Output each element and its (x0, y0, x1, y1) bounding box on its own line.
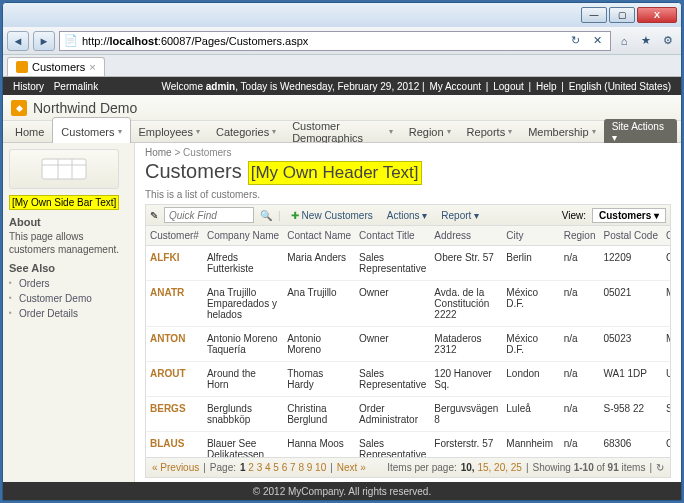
favicon-icon (16, 61, 28, 73)
cell-id[interactable]: BERGS (146, 397, 203, 432)
cell-country: Mexico (662, 281, 671, 327)
tab-close-icon[interactable]: × (89, 61, 95, 73)
page-number[interactable]: 4 (262, 462, 270, 473)
column-header[interactable]: Postal Code (599, 226, 661, 246)
sidebar-link[interactable]: Orders (9, 276, 128, 291)
cell-postal: 05023 (599, 327, 661, 362)
column-header[interactable]: Customer# (146, 226, 203, 246)
page-icon (9, 149, 119, 189)
cell-region: n/a (560, 432, 600, 459)
pager: « Previous | Page: 1 2 3 4 5 6 7 8 9 10 … (145, 458, 671, 478)
cell-id[interactable]: AROUT (146, 362, 203, 397)
page-title: Customers (145, 160, 242, 183)
next-page[interactable]: Next » (337, 462, 366, 473)
column-header[interactable]: Region (560, 226, 600, 246)
ipp-option[interactable]: 20, (491, 462, 508, 473)
table-row[interactable]: AROUTAround the HornThomas HardySales Re… (146, 362, 671, 397)
site-actions-button[interactable]: Site Actions ▾ (604, 119, 677, 145)
page-title-highlight: [My Own Header Text] (248, 161, 422, 185)
stop-icon[interactable]: ✕ (588, 32, 606, 50)
nav-region[interactable]: Region (401, 117, 459, 147)
cell-contact: Maria Anders (283, 246, 355, 281)
nav-employees[interactable]: Employees (131, 117, 208, 147)
max-button[interactable]: ▢ (609, 7, 635, 23)
cell-contact: Antonio Moreno (283, 327, 355, 362)
page-number[interactable]: 3 (254, 462, 262, 473)
table-row[interactable]: BLAUSBlauer See DelikatessenHanna MoosSa… (146, 432, 671, 459)
page-number[interactable]: 5 (271, 462, 279, 473)
eraser-icon[interactable]: ✎ (150, 210, 158, 221)
tab-customers[interactable]: Customers × (7, 57, 105, 76)
column-header[interactable]: Address (430, 226, 502, 246)
my-account-link[interactable]: My Account (429, 81, 481, 92)
view-selector[interactable]: Customers ▾ (592, 208, 666, 223)
ipp-option[interactable]: 10, (461, 462, 475, 473)
column-header[interactable]: City (502, 226, 559, 246)
nav-customer-demographics[interactable]: Customer Demographics (284, 117, 401, 147)
page-number[interactable]: 10 (312, 462, 326, 473)
prev-page[interactable]: « Previous (152, 462, 199, 473)
column-header[interactable]: Company Name (203, 226, 283, 246)
column-header[interactable]: Country (662, 226, 671, 246)
cell-region: n/a (560, 362, 600, 397)
sidebar-link[interactable]: Order Details (9, 306, 128, 321)
nav-reports[interactable]: Reports (459, 117, 521, 147)
sidebar-link[interactable]: Customer Demo (9, 291, 128, 306)
logout-link[interactable]: Logout (493, 81, 524, 92)
cell-region: n/a (560, 397, 600, 432)
cell-addr: Mataderos 2312 (430, 327, 502, 362)
url-input[interactable]: 📄 http://localhost:60087/Pages/Customers… (59, 31, 611, 51)
help-link[interactable]: Help (536, 81, 557, 92)
report-button[interactable]: Report ▾ (437, 208, 483, 223)
column-header[interactable]: Contact Name (283, 226, 355, 246)
new-button[interactable]: ✚New Customers (287, 208, 377, 223)
cell-contact: Hanna Moos (283, 432, 355, 459)
forward-button[interactable]: ► (33, 31, 55, 51)
permalink-link[interactable]: Permalink (54, 81, 98, 92)
tools-icon[interactable]: ⚙ (659, 32, 677, 50)
cell-company: Alfreds Futterkiste (203, 246, 283, 281)
table-row[interactable]: BERGSBerglunds snabbköpChristina Berglun… (146, 397, 671, 432)
page-number[interactable]: 2 (246, 462, 254, 473)
column-header[interactable]: Contact Title (355, 226, 430, 246)
nav-home[interactable]: Home (7, 117, 52, 147)
language-link[interactable]: English (United States) (569, 81, 671, 92)
quick-find-input[interactable] (164, 207, 254, 223)
home-icon[interactable]: ⌂ (615, 32, 633, 50)
table-row[interactable]: ANATRAna Trujillo Emparedados y heladosA… (146, 281, 671, 327)
refresh-icon[interactable]: ↻ (566, 32, 584, 50)
back-button[interactable]: ◄ (7, 31, 29, 51)
nav-customers[interactable]: Customers (52, 117, 130, 147)
cell-postal: S-958 22 (599, 397, 661, 432)
cell-city: México D.F. (502, 281, 559, 327)
nav-categories[interactable]: Categories (208, 117, 284, 147)
close-button[interactable]: X (637, 7, 677, 23)
favorites-icon[interactable]: ★ (637, 32, 655, 50)
breadcrumb-home[interactable]: Home (145, 147, 172, 158)
ipp-option[interactable]: 15, (475, 462, 492, 473)
logo-icon: ◆ (11, 100, 27, 116)
history-link[interactable]: History (13, 81, 44, 92)
sidebar-highlight: [My Own Side Bar Text] (9, 195, 119, 210)
ipp-option[interactable]: 25 (508, 462, 522, 473)
cell-country: Germany (662, 246, 671, 281)
search-icon[interactable]: 🔍 (260, 210, 272, 221)
breadcrumb-current: Customers (183, 147, 231, 158)
cell-id[interactable]: ANTON (146, 327, 203, 362)
cell-id[interactable]: ALFKI (146, 246, 203, 281)
table-row[interactable]: ALFKIAlfreds FutterkisteMaria AndersSale… (146, 246, 671, 281)
nav-membership[interactable]: Membership (520, 117, 604, 147)
table-row[interactable]: ANTONAntonio Moreno TaqueríaAntonio More… (146, 327, 671, 362)
page-number[interactable]: 8 (296, 462, 304, 473)
about-text: This page allows customers management. (9, 230, 128, 256)
cell-id[interactable]: BLAUS (146, 432, 203, 459)
cell-company: Berglunds snabbköp (203, 397, 283, 432)
cell-id[interactable]: ANATR (146, 281, 203, 327)
welcome-text: Welcome admin, Today is Wednesday, Febru… (161, 81, 419, 92)
page-number[interactable]: 7 (287, 462, 295, 473)
cell-city: London (502, 362, 559, 397)
cell-addr: Berguvsvägen 8 (430, 397, 502, 432)
refresh-grid-icon[interactable]: ↻ (656, 462, 664, 473)
min-button[interactable]: — (581, 7, 607, 23)
actions-button[interactable]: Actions ▾ (383, 208, 432, 223)
